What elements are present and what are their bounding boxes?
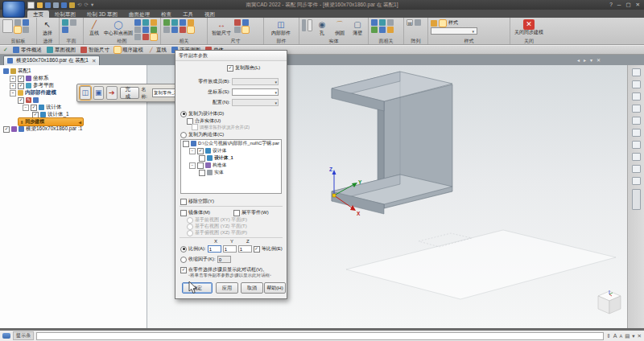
list-item-solid[interactable]: 实体 — [181, 169, 281, 176]
format-painter-icon[interactable] — [23, 27, 29, 33]
link-icon[interactable] — [61, 2, 67, 8]
scale-y-input[interactable] — [223, 245, 237, 253]
horizontal-icon[interactable] — [163, 27, 170, 33]
finish-button[interactable]: 完成 — [120, 87, 139, 99]
tangent-icon[interactable] — [171, 27, 178, 33]
library-icon[interactable] — [632, 80, 641, 88]
parameters-step-icon[interactable]: ➔ — [106, 86, 118, 100]
pattern-sketch-icon[interactable] — [151, 27, 157, 33]
close-sync-modeling-button[interactable]: ✕ 关闭同步建模 — [513, 19, 545, 35]
options-icon[interactable]: ▾ — [632, 333, 634, 339]
tab-scroll-right-icon[interactable]: ▸ — [584, 57, 586, 63]
tree-item-coordinate-system[interactable]: + ✓ 坐标系 — [10, 75, 49, 82]
rect-pattern-icon[interactable]: ▤ — [407, 19, 413, 26]
notes-icon[interactable] — [632, 165, 641, 173]
print-icon[interactable] — [53, 2, 59, 8]
coplanar-icon[interactable] — [371, 19, 378, 26]
spinner-icon[interactable]: ⇕ — [606, 333, 610, 339]
plane-more-icon[interactable] — [70, 19, 76, 26]
round-button[interactable]: ⌒ 倒圆 — [332, 19, 348, 37]
quickbar-item-part-overview[interactable]: 零件概述 — [13, 47, 42, 54]
new-document-icon[interactable] — [27, 2, 35, 9]
scale-x-input[interactable] — [208, 245, 221, 253]
prompt-field[interactable] — [36, 332, 604, 340]
quickbar-item-smart-dimension[interactable]: 智能尺寸 — [80, 47, 109, 54]
heal-checkbox[interactable] — [192, 124, 198, 130]
tree-item-hidden-feature[interactable]: ✓ ✎ — [18, 97, 40, 104]
smart-dimension-button[interactable]: ↔ 智能尺寸 — [210, 19, 233, 37]
collapse-icon[interactable]: − — [189, 148, 196, 154]
dialog-title-bar[interactable]: 零件副本参数 — [175, 51, 287, 61]
construction-checkbox[interactable] — [197, 162, 204, 169]
scale-z-input[interactable] — [238, 245, 252, 253]
extrude-icon[interactable] — [302, 19, 306, 31]
angle-icon[interactable] — [242, 19, 249, 26]
tab-3d-sketch[interactable]: 绘制 3D 草图 — [81, 10, 123, 18]
thin-wall-button[interactable]: ▢ 薄壁 — [349, 19, 365, 37]
show-dialog-checkbox[interactable]: ✓ — [180, 267, 187, 273]
coordinate-system-icon[interactable] — [62, 27, 68, 33]
face-symmetric-icon[interactable] — [379, 27, 386, 33]
face-perpendicular-icon[interactable] — [387, 19, 394, 26]
ok-button[interactable]: 确定 — [182, 282, 213, 294]
tree-item-internal-component-modeling[interactable]: − 内部部件建模 — [10, 89, 56, 97]
tools-icon[interactable] — [632, 92, 641, 101]
rectangle-icon[interactable] — [134, 19, 141, 26]
quickbar-item-sketch-view[interactable]: 草图视图 — [47, 47, 76, 54]
close-button[interactable]: ✕ — [636, 2, 640, 8]
shrink-factor-input[interactable] — [217, 256, 231, 263]
help-button[interactable]: 帮助(H) — [264, 282, 286, 294]
checkbox-checked[interactable]: ✓ — [18, 83, 24, 89]
revolve-icon[interactable] — [308, 19, 312, 31]
fillet-sketch-icon[interactable] — [151, 19, 157, 26]
face-offset-icon[interactable] — [387, 27, 394, 33]
tab-tools[interactable]: 工具 — [177, 10, 199, 18]
collapse-icon[interactable]: − — [10, 90, 16, 97]
cut-icon[interactable] — [14, 19, 21, 26]
copy-as-construction-radio[interactable]: 复制为构造体(C) — [180, 131, 224, 138]
layers-icon[interactable] — [632, 105, 641, 113]
arc-icon[interactable] — [142, 19, 149, 26]
list-item-construction-body[interactable]: − 构造体 — [181, 162, 281, 169]
document-tab[interactable]: 横梁160x70x1860.par 在 装配1 ✕ — [3, 55, 100, 65]
copy-colors-checkbox[interactable]: ✓ — [227, 65, 233, 72]
views-icon[interactable] — [632, 153, 641, 161]
tab-inspect[interactable]: 检查 — [155, 10, 177, 18]
panel-scrollbar[interactable] — [632, 189, 641, 210]
close-tab-icon[interactable]: ✕ — [92, 58, 96, 64]
copy-step-icon[interactable]: ◫ — [80, 86, 91, 100]
configuration-combo[interactable]: ▾ — [232, 99, 279, 106]
plane-icon[interactable] — [62, 19, 68, 26]
expand-icon[interactable]: + — [10, 76, 16, 82]
coordinate-dim-icon[interactable] — [234, 27, 241, 33]
concentric-icon[interactable] — [180, 19, 186, 26]
quickbar-item-line[interactable]: ╱ 直线 — [148, 47, 167, 54]
pathfinder-icon[interactable] — [632, 68, 641, 76]
list-item-design-body[interactable]: − ✓ 设计体 — [181, 147, 281, 154]
checkbox-checked[interactable]: ✓ — [18, 76, 24, 82]
tab-surfacing[interactable]: 曲面处理 — [123, 10, 155, 18]
style-swatch-icon[interactable] — [431, 20, 437, 27]
redo-icon[interactable]: ⟳ — [84, 2, 88, 8]
minimize-button[interactable]: ─ — [617, 2, 621, 8]
paste-icon[interactable] — [69, 2, 75, 8]
internal-component-button[interactable]: ◫ 内部部件 — [266, 19, 295, 37]
checkbox-checked[interactable]: ✓ — [18, 97, 24, 104]
select-button[interactable]: ↖ 选择 — [39, 19, 56, 37]
coordinate-system-combo[interactable]: ▾ — [232, 88, 279, 96]
paste-icon[interactable] — [2, 19, 13, 33]
quickbar-item-ordered-modeling[interactable]: 顺序建模 — [114, 47, 143, 54]
tab-sketch[interactable]: 绘制草图 — [49, 10, 81, 18]
text-larger-icon[interactable]: A — [613, 333, 617, 339]
history-icon[interactable] — [632, 177, 641, 185]
mirror-pattern-icon[interactable] — [415, 19, 421, 26]
face-parallel-icon[interactable] — [379, 19, 386, 26]
uniform-scale-checkbox[interactable]: ✓ — [254, 246, 260, 253]
open-source-file-icon[interactable]: ▣ — [93, 86, 105, 100]
sensors-icon[interactable] — [632, 117, 641, 125]
tab-home[interactable]: 主页 — [27, 10, 49, 18]
face-tangent-icon[interactable] — [371, 27, 378, 33]
qat-customize-icon[interactable]: ▾ — [91, 2, 93, 8]
close-prompt-icon[interactable]: ✕ — [638, 333, 642, 339]
tree-item-design-body[interactable]: − ✓ 设计体 — [23, 104, 62, 111]
